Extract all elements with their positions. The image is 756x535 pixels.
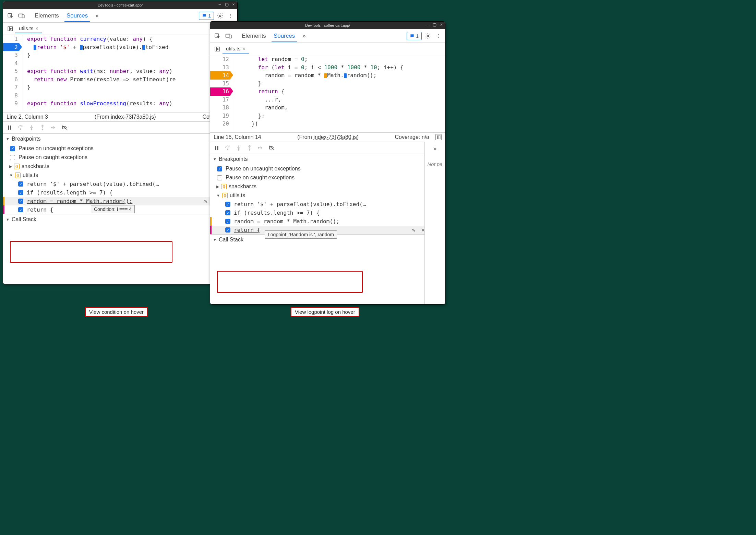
- coverage-icon[interactable]: [435, 134, 442, 140]
- panel-tabs: Elements Sources »: [240, 30, 308, 42]
- file-group-utils[interactable]: ▼{}utils.ts: [3, 171, 237, 180]
- tab-elements[interactable]: Elements: [240, 30, 268, 42]
- checkbox-checked[interactable]: [225, 210, 230, 215]
- code-editor[interactable]: 1 2 3 4 5 6 7 8 9 export function curren…: [3, 35, 237, 112]
- file-group-snackbar[interactable]: ▶{}snackbar.ts: [3, 162, 237, 171]
- breakpoints-header[interactable]: ▼Breakpoints: [3, 133, 237, 144]
- step-over-icon[interactable]: [17, 124, 24, 131]
- step-out-icon[interactable]: [39, 124, 46, 131]
- messages-badge[interactable]: 1: [407, 32, 422, 40]
- breakpoint-row[interactable]: random = random * Math.random();14: [210, 217, 445, 226]
- checkbox-checked[interactable]: [10, 146, 15, 151]
- checkbox-checked[interactable]: [225, 227, 230, 233]
- inspect-icon[interactable]: [212, 31, 223, 41]
- show-navigator-icon[interactable]: [5, 24, 15, 34]
- callstack-header[interactable]: ▼Call Stack: [3, 214, 237, 225]
- highlight-box: [10, 241, 172, 263]
- breakpoint-row[interactable]: if (results.length >= 7) {10: [3, 188, 237, 197]
- step-into-icon[interactable]: [28, 124, 35, 131]
- close-icon[interactable]: ×: [36, 26, 38, 31]
- source-map-link[interactable]: index-73f73a80.js: [111, 114, 154, 120]
- tab-more[interactable]: »: [93, 10, 100, 22]
- debugger-toolbar: [210, 142, 445, 154]
- pause-uncaught-row[interactable]: Pause on uncaught exceptions: [210, 164, 445, 173]
- step-icon[interactable]: [50, 124, 57, 131]
- breakpoint-row-hovered[interactable]: random = random * Math.random(); ✎ ✕ 14 …: [3, 197, 237, 205]
- checkbox-checked[interactable]: [18, 190, 23, 195]
- deactivate-breakpoints-icon[interactable]: [268, 145, 275, 151]
- pause-icon[interactable]: [214, 145, 220, 151]
- devtools-window-right: DevTools - coffee-cart.app/ – ▢ × Elemen…: [210, 21, 445, 305]
- breakpoints-header[interactable]: ▼Breakpoints: [210, 154, 445, 164]
- close-button[interactable]: ×: [231, 2, 236, 7]
- line-gutter[interactable]: 1 2 3 4 5 6 7 8 9: [3, 35, 23, 112]
- titlebar: DevTools - coffee-cart.app/ – ▢ ×: [3, 1, 237, 9]
- file-group-snackbar[interactable]: ▶{}snackbar.ts: [210, 182, 445, 191]
- chevron-down-icon: ▼: [213, 157, 217, 161]
- checkbox-checked[interactable]: [18, 181, 23, 187]
- pause-caught-row[interactable]: Pause on caught exceptions: [210, 173, 445, 182]
- line-gutter[interactable]: 12 13 14 15 16 17 18 19 20: [210, 55, 234, 132]
- tab-sources[interactable]: Sources: [64, 10, 90, 22]
- minimize-button[interactable]: –: [425, 22, 430, 27]
- code-editor[interactable]: 12 13 14 15 16 17 18 19 20 let random = …: [210, 55, 445, 132]
- maximize-button[interactable]: ▢: [432, 22, 437, 27]
- checkbox-checked[interactable]: [217, 166, 222, 171]
- show-navigator-icon[interactable]: [212, 44, 223, 54]
- pause-icon[interactable]: [7, 124, 13, 131]
- step-into-icon[interactable]: [236, 145, 242, 151]
- breakpoint-row[interactable]: if (results.length >= 7) {10: [210, 209, 445, 217]
- tab-sources[interactable]: Sources: [272, 30, 297, 42]
- step-out-icon[interactable]: [247, 145, 253, 151]
- breakpoint-row[interactable]: return '$' + parseFloat(value).toFixed(……: [210, 200, 445, 209]
- source-map-from: (From index-73f73a80.js): [54, 114, 196, 120]
- checkbox-unchecked[interactable]: [10, 155, 15, 160]
- pause-caught-row[interactable]: Pause on caught exceptions: [3, 153, 237, 162]
- edit-icon[interactable]: ✎: [203, 198, 209, 204]
- maximize-button[interactable]: ▢: [224, 2, 229, 7]
- breakpoint-row[interactable]: return '$' + parseFloat(value).toFixed(……: [3, 180, 237, 188]
- tab-elements[interactable]: Elements: [33, 10, 61, 22]
- inspect-icon[interactable]: [5, 11, 15, 21]
- checkbox-unchecked[interactable]: [217, 175, 222, 180]
- deactivate-breakpoints-icon[interactable]: [61, 124, 68, 131]
- edit-icon[interactable]: ✎: [410, 227, 417, 233]
- expand-icon[interactable]: »: [431, 143, 439, 154]
- close-icon[interactable]: ×: [243, 46, 245, 51]
- file-tab-utils[interactable]: utils.ts ×: [15, 24, 42, 33]
- tab-more[interactable]: »: [300, 30, 308, 42]
- file-tab-utils[interactable]: utils.ts ×: [223, 44, 249, 54]
- kebab-icon[interactable]: ⋮: [226, 11, 235, 21]
- svg-point-14: [427, 35, 429, 37]
- devtools-window-left: DevTools - coffee-cart.app/ – ▢ × Elemen…: [3, 1, 238, 284]
- condition-tooltip: Condition: i === 4: [91, 205, 135, 213]
- settings-icon[interactable]: [215, 10, 226, 21]
- breakpoint-row-hovered[interactable]: return { ✎ ✕ 16 Logpoint: 'Random is ', …: [210, 226, 445, 234]
- close-button[interactable]: ×: [439, 22, 444, 27]
- coverage-label: Coverage: n/a: [395, 134, 429, 140]
- chevron-down-icon: ▼: [6, 137, 10, 141]
- device-icon[interactable]: [16, 11, 27, 21]
- debugger-toolbar: [3, 121, 237, 133]
- svg-point-20: [227, 149, 228, 150]
- kebab-icon[interactable]: ⋮: [434, 31, 443, 41]
- checkbox-checked[interactable]: [225, 202, 230, 207]
- settings-icon[interactable]: [422, 31, 433, 41]
- source-map-link[interactable]: index-73f73a80.js: [313, 134, 357, 140]
- file-group-utils[interactable]: ▼{}utils.ts: [210, 191, 445, 200]
- main-toolbar: Elements Sources » 1 ⋮: [210, 29, 445, 43]
- pause-uncaught-row[interactable]: Pause on uncaught exceptions: [3, 144, 237, 153]
- messages-badge[interactable]: 1: [199, 12, 214, 20]
- svg-point-10: [51, 127, 52, 128]
- chevron-down-icon: ▼: [216, 193, 220, 198]
- step-icon[interactable]: [257, 145, 264, 151]
- chevron-down-icon: ▼: [6, 217, 10, 222]
- step-over-icon[interactable]: [225, 145, 231, 151]
- minimize-button[interactable]: –: [217, 2, 222, 7]
- caption-right: View logpoint log on hover: [291, 307, 359, 317]
- checkbox-checked[interactable]: [225, 219, 230, 224]
- svg-rect-19: [217, 146, 218, 150]
- device-icon[interactable]: [223, 31, 234, 41]
- checkbox-checked[interactable]: [18, 207, 23, 212]
- checkbox-checked[interactable]: [18, 199, 23, 204]
